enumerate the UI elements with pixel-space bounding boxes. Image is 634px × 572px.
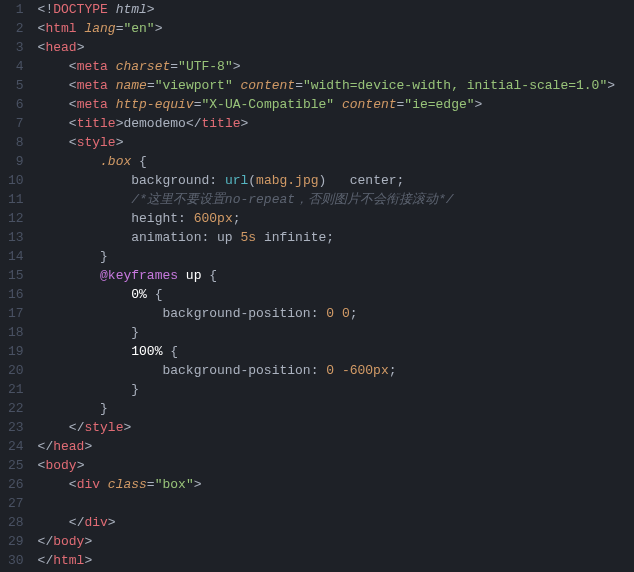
code-line[interactable]: </head> <box>38 437 626 456</box>
token: > <box>607 78 615 93</box>
token: height <box>38 211 178 226</box>
code-line[interactable]: } <box>38 247 626 266</box>
code-area[interactable]: <!DOCTYPE html><html lang="en"><head> <m… <box>38 0 634 572</box>
token: 5s <box>240 230 256 245</box>
code-line[interactable]: background-position: 0 0; <box>38 304 626 323</box>
code-line[interactable]: <div class="box"> <box>38 475 626 494</box>
line-number: 5 <box>8 76 26 95</box>
token <box>131 154 139 169</box>
token: background <box>38 173 210 188</box>
token <box>38 287 132 302</box>
token: "ie=edge" <box>404 97 474 112</box>
token <box>38 477 69 492</box>
line-number: 4 <box>8 57 26 76</box>
token: /*这里不要设置no-repeat，否则图片不会衔接滚动*/ <box>131 192 453 207</box>
line-number: 28 <box>8 513 26 532</box>
token: : <box>178 211 186 226</box>
token: ; <box>326 230 334 245</box>
code-line[interactable]: </body> <box>38 532 626 551</box>
token: up <box>186 268 202 283</box>
token: meta <box>77 78 108 93</box>
code-line[interactable]: /*这里不要设置no-repeat，否则图片不会衔接滚动*/ <box>38 190 626 209</box>
code-line[interactable]: <meta name="viewport" content="width=dev… <box>38 76 626 95</box>
line-number: 22 <box>8 399 26 418</box>
code-line[interactable]: <!DOCTYPE html> <box>38 0 626 19</box>
line-number: 10 <box>8 171 26 190</box>
token: > <box>77 40 85 55</box>
token: = <box>170 59 178 74</box>
token: http-equiv <box>108 97 194 112</box>
token: animation <box>38 230 202 245</box>
token: "box" <box>155 477 194 492</box>
code-line[interactable] <box>38 494 626 513</box>
token: background-position <box>38 306 311 321</box>
token <box>38 344 132 359</box>
token: ; <box>233 211 241 226</box>
token: up <box>209 230 240 245</box>
token: < <box>69 116 77 131</box>
token <box>334 363 342 378</box>
token: = <box>147 477 155 492</box>
token: < <box>69 97 77 112</box>
token <box>334 306 342 321</box>
line-number: 17 <box>8 304 26 323</box>
token: "viewport" <box>155 78 233 93</box>
code-line[interactable]: <html lang="en"> <box>38 19 626 38</box>
token: </ <box>69 515 85 530</box>
token: content <box>334 97 396 112</box>
token: html <box>108 2 147 17</box>
token: "UTF-8" <box>178 59 233 74</box>
token <box>38 154 100 169</box>
token <box>38 382 132 397</box>
token: body <box>53 534 84 549</box>
token: > <box>84 439 92 454</box>
token: : <box>209 173 217 188</box>
code-line[interactable]: <meta http-equiv="X-UA-Compatible" conte… <box>38 95 626 114</box>
token: { <box>139 154 147 169</box>
token <box>217 173 225 188</box>
code-line[interactable]: <meta charset="UTF-8"> <box>38 57 626 76</box>
token: meta <box>77 97 108 112</box>
code-line[interactable]: <style> <box>38 133 626 152</box>
token: > <box>77 458 85 473</box>
line-number: 23 <box>8 418 26 437</box>
code-line[interactable]: } <box>38 323 626 342</box>
code-line[interactable]: <body> <box>38 456 626 475</box>
token: head <box>53 439 84 454</box>
token: title <box>77 116 116 131</box>
token: mabg.jpg <box>256 173 318 188</box>
code-line[interactable]: </style> <box>38 418 626 437</box>
code-line[interactable]: height: 600px; <box>38 209 626 228</box>
line-number: 26 <box>8 475 26 494</box>
code-line[interactable]: background-position: 0 -600px; <box>38 361 626 380</box>
token: <! <box>38 2 54 17</box>
token: = <box>194 97 202 112</box>
code-line[interactable]: <head> <box>38 38 626 57</box>
token: charset <box>108 59 170 74</box>
code-line[interactable]: </html> <box>38 551 626 570</box>
code-line[interactable]: } <box>38 380 626 399</box>
token: name <box>108 78 147 93</box>
code-line[interactable]: animation: up 5s infinite; <box>38 228 626 247</box>
code-line[interactable]: <title>demodemo</title> <box>38 114 626 133</box>
code-line[interactable]: 0% { <box>38 285 626 304</box>
token: 100% <box>131 344 162 359</box>
line-number: 12 <box>8 209 26 228</box>
token: style <box>77 135 116 150</box>
token: 0 <box>326 363 334 378</box>
code-line[interactable]: 100% { <box>38 342 626 361</box>
code-line[interactable]: </div> <box>38 513 626 532</box>
code-line[interactable]: background: url(mabg.jpg) center; <box>38 171 626 190</box>
token: </ <box>38 534 54 549</box>
code-line[interactable]: .box { <box>38 152 626 171</box>
token <box>38 401 100 416</box>
code-line[interactable]: @keyframes up { <box>38 266 626 285</box>
token: = <box>147 78 155 93</box>
token: > <box>116 135 124 150</box>
token: 0 <box>342 306 350 321</box>
code-line[interactable]: } <box>38 399 626 418</box>
line-number: 27 <box>8 494 26 513</box>
token: infinite <box>256 230 326 245</box>
token: > <box>475 97 483 112</box>
token: ; <box>397 173 405 188</box>
